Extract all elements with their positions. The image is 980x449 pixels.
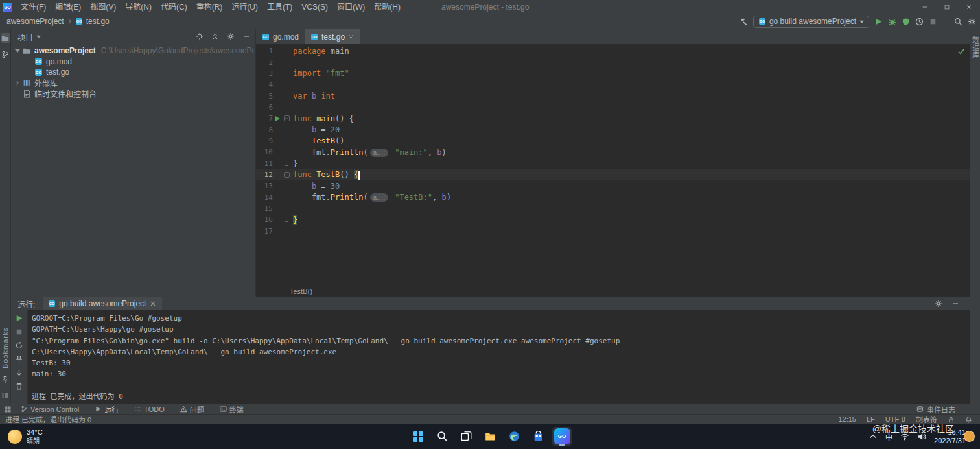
project-settings-gear-icon[interactable] [227, 32, 235, 40]
taskbar-goland[interactable]: GO [552, 427, 572, 446]
stop-button[interactable] [929, 18, 937, 26]
taskbar-search[interactable] [432, 427, 452, 446]
tree-item[interactable]: 临时文件和控制台 [11, 88, 255, 99]
run-line-icon[interactable] [275, 116, 280, 121]
menu-item[interactable]: 视图(V) [86, 0, 121, 14]
debug-button[interactable] [888, 18, 896, 26]
tree-expanded-arrow[interactable] [15, 48, 20, 53]
menu-item[interactable]: 代码(C) [156, 0, 192, 14]
fold-start-icon[interactable]: − [284, 115, 290, 121]
caret-position[interactable]: 12:15 [838, 415, 856, 423]
run-button[interactable] [874, 18, 883, 26]
minimize-button[interactable] [914, 0, 936, 14]
inspections-ok-icon[interactable] [957, 47, 965, 55]
code-line-15[interactable]: 15 [256, 203, 970, 214]
profiler-button[interactable] [915, 18, 924, 26]
menu-item[interactable]: 重构(R) [192, 0, 228, 14]
code-line-8[interactable]: 8 b = 20 [256, 124, 970, 135]
code-line-9[interactable]: 9 TestB() [256, 136, 970, 147]
editor-tab-test.go[interactable]: GOtest.go [305, 29, 360, 44]
code-line-4[interactable]: 4 [256, 79, 970, 90]
tree-item[interactable]: awesomeProjectC:\Users\Happy\GolandProje… [11, 45, 255, 56]
scroll-down-icon[interactable] [15, 369, 23, 377]
rerun-icon[interactable] [15, 314, 23, 322]
build-hammer-icon[interactable] [740, 18, 748, 26]
menu-item[interactable]: 文件(F) [16, 0, 51, 14]
code-text: b = 30 [290, 182, 340, 191]
run-config-select[interactable]: GO go build awesomeProject [753, 16, 869, 28]
taskbar-edge[interactable] [504, 427, 524, 446]
menu-item[interactable]: 帮助(H) [369, 0, 405, 14]
taskbar-weather-widget[interactable]: 34°C 晴朗 [0, 428, 43, 445]
maximize-button[interactable] [936, 0, 958, 14]
editor-tab-go.mod[interactable]: GOgo.mod [256, 29, 305, 44]
close-button[interactable] [958, 0, 980, 14]
project-panel-title[interactable]: 项目 [18, 31, 33, 42]
code-line-3[interactable]: 3import "fmt" [256, 68, 970, 79]
breadcrumb-project[interactable]: awesomeProject [6, 17, 64, 26]
code-area[interactable]: 1package main23import "fmt"45var b int67… [256, 44, 970, 285]
taskbar-explorer[interactable] [480, 427, 500, 446]
toolwindow-todo[interactable]: TODO [134, 406, 165, 413]
search-everywhere-icon[interactable] [954, 18, 962, 26]
code-line-14[interactable]: 14 fmt.Println(a…: "TestB:", b) [256, 191, 970, 202]
run-settings-gear-icon[interactable] [935, 300, 942, 308]
stop-icon[interactable] [15, 328, 23, 336]
code-line-12[interactable]: 12−func TestB() { [256, 169, 970, 180]
code-line-6[interactable]: 6 [256, 102, 970, 113]
toolwindow-run[interactable]: 运行 [95, 404, 119, 415]
bookmarks-stripe-button[interactable]: Bookmarks [1, 327, 9, 369]
tree-collapsed-arrow[interactable] [15, 80, 20, 86]
code-line-10[interactable]: 10 fmt.Println(a…: "main:", b) [256, 147, 970, 158]
code-line-11[interactable]: 11} [256, 158, 970, 169]
code-line-16[interactable]: 16} [256, 214, 970, 225]
code-line-2[interactable]: 2 [256, 56, 970, 67]
collapse-all-icon[interactable] [211, 32, 219, 40]
toolwindow-version-control[interactable]: Version Control [21, 406, 79, 413]
tree-item[interactable]: GOtest.go [11, 67, 255, 78]
clear-icon[interactable] [15, 382, 23, 391]
tree-item[interactable]: GOgo.mod [11, 56, 255, 67]
toolwindow-problems[interactable]: 问题 [180, 404, 204, 415]
menu-item[interactable]: 运行(U) [227, 0, 262, 14]
notifications-icon[interactable] [965, 416, 972, 423]
code-line-13[interactable]: 13 b = 30 [256, 180, 970, 191]
taskbar-start[interactable] [408, 427, 428, 446]
settings-gear-icon[interactable] [968, 18, 976, 26]
coverage-button[interactable] [902, 18, 910, 26]
structure-stripe-button[interactable] [1, 390, 10, 400]
code-line-5[interactable]: 5var b int [256, 90, 970, 101]
code-line-17[interactable]: 17 [256, 226, 970, 237]
fold-start-icon[interactable]: − [284, 172, 290, 178]
pin-icon[interactable] [15, 355, 23, 363]
event-log-button[interactable]: 事件日志 [916, 404, 955, 415]
taskbar-store[interactable] [528, 427, 548, 446]
menu-item[interactable]: 编辑(E) [51, 0, 86, 14]
database-stripe-button[interactable]: 数据库 [970, 36, 980, 59]
menu-item[interactable]: 导航(N) [121, 0, 156, 14]
hide-run-panel-icon[interactable] [951, 300, 959, 308]
menu-item[interactable]: 工具(T) [262, 0, 297, 14]
menu-item[interactable]: VCS(S) [297, 0, 332, 14]
editor-breadcrumb[interactable]: TestB() [256, 285, 970, 297]
code-line-1[interactable]: 1package main [256, 45, 970, 56]
taskbar-taskview[interactable] [456, 427, 476, 446]
commit-stripe-button[interactable] [1, 49, 10, 59]
close-run-tab-icon[interactable] [149, 300, 157, 308]
fold-end-icon[interactable] [285, 162, 288, 166]
run-tab[interactable]: GO go build awesomeProject [43, 297, 162, 310]
menu-item[interactable]: 窗口(W) [332, 0, 369, 14]
code-line-7[interactable]: 7−func main() { [256, 113, 970, 124]
toolwindow-terminal[interactable]: 终端 [220, 404, 244, 415]
tree-item[interactable]: 外部库 [11, 78, 255, 89]
project-view-dropdown-icon[interactable] [36, 35, 41, 38]
restart-icon[interactable] [15, 341, 23, 350]
hide-panel-icon[interactable] [242, 32, 250, 40]
fold-end-icon[interactable] [285, 217, 288, 222]
pin-stripe-button[interactable] [1, 374, 10, 384]
project-stripe-button[interactable] [1, 33, 10, 43]
close-tab-icon[interactable] [348, 34, 354, 40]
toolwindow-switcher-icon[interactable] [4, 406, 12, 413]
select-opened-file-icon[interactable] [196, 32, 204, 40]
breadcrumb-file[interactable]: test.go [86, 17, 110, 26]
